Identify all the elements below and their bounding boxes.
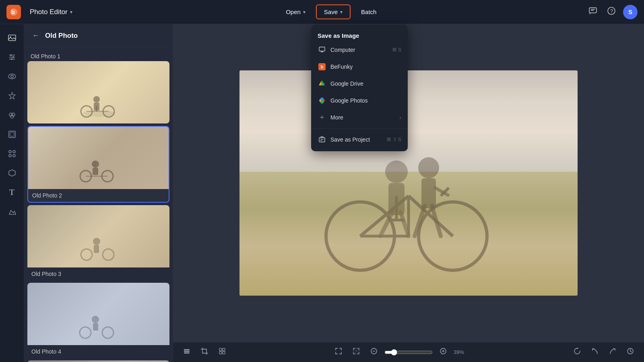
save-label: Save — [324, 8, 338, 15]
svg-point-67 — [418, 157, 439, 178]
help-button[interactable]: ? — [605, 4, 618, 20]
sidebar-item-retouch[interactable] — [3, 106, 21, 124]
fullscreen-icon — [334, 347, 343, 355]
svg-point-38 — [93, 238, 100, 245]
fullscreen-button[interactable] — [331, 345, 346, 360]
fit-button[interactable] — [349, 345, 363, 360]
save-chevron: ▾ — [340, 9, 343, 15]
refresh-button[interactable] — [570, 345, 584, 360]
history-button[interactable] — [623, 345, 638, 360]
svg-rect-76 — [223, 348, 225, 351]
google-drive-icon — [318, 79, 326, 88]
batch-button[interactable]: Batch — [354, 5, 384, 19]
layers-button[interactable] — [180, 345, 194, 360]
topbar: b Photo Editor ▾ Open ▾ Save ▾ Batch — [0, 0, 644, 24]
save-to-computer[interactable]: Computer ⌘ S — [311, 41, 408, 58]
save-computer-left: Computer — [318, 45, 355, 54]
svg-point-91 — [320, 101, 324, 104]
plus-more-icon: + — [318, 113, 326, 122]
file-item-2[interactable]: Old Photo 2 — [27, 126, 169, 203]
adjustments-icon — [8, 53, 17, 62]
file-item-1[interactable] — [27, 61, 169, 123]
file-item-4[interactable]: Old Photo 4 — [27, 283, 169, 358]
gdrive-left: Google Drive — [318, 79, 363, 88]
project-left: Save as Project — [318, 135, 370, 144]
sidebar-item-graphics[interactable] — [3, 203, 21, 220]
effects-icon — [8, 91, 17, 100]
open-button[interactable]: Open ▾ — [279, 5, 313, 19]
topbar-right: ? S — [586, 4, 638, 20]
svg-rect-74 — [184, 352, 190, 354]
befunky-save-icon: b — [318, 62, 326, 71]
svg-point-27 — [93, 96, 100, 103]
svg-point-14 — [11, 58, 12, 60]
topbar-left: b Photo Editor ▾ — [6, 5, 76, 19]
svg-point-10 — [10, 54, 12, 56]
sidebar-item-view[interactable] — [3, 68, 21, 85]
computer-shortcut: ⌘ S — [392, 47, 401, 53]
project-label: Save as Project — [330, 136, 370, 143]
computer-label: Computer — [330, 47, 355, 53]
file-item-label-3: Old Photo 3 — [27, 267, 169, 280]
retouch-icon — [8, 111, 17, 119]
mask-icon — [8, 169, 17, 177]
save-as-project[interactable]: Save as Project ⌘ ⇧ S — [311, 131, 408, 148]
redo-icon — [609, 347, 617, 355]
computer-icon — [318, 45, 326, 54]
save-more[interactable]: + More › — [311, 109, 408, 126]
gdrive-label: Google Drive — [330, 80, 363, 87]
canvas-area: 39% — [173, 24, 644, 362]
svg-rect-75 — [219, 348, 222, 351]
sidebar-item-frames[interactable] — [3, 125, 21, 143]
sidebar-item-elements[interactable] — [3, 145, 21, 162]
sidebar-item-text[interactable]: T — [3, 183, 21, 201]
back-button[interactable]: ← — [31, 30, 41, 41]
thumb-figure-3 — [74, 231, 123, 263]
redo-button[interactable] — [605, 345, 620, 360]
svg-point-44 — [80, 327, 91, 338]
sidebar-item-adjustments[interactable] — [3, 48, 21, 66]
svg-point-40 — [81, 249, 92, 260]
file-item-5[interactable]: Old Photo 5 — [27, 360, 169, 362]
gphotos-left: Google Photos — [318, 96, 368, 105]
svg-text:b: b — [11, 9, 15, 15]
eye-icon — [8, 72, 17, 81]
undo-button[interactable] — [588, 345, 602, 360]
graphics-icon — [8, 207, 17, 216]
svg-rect-72 — [184, 349, 190, 350]
open-label: Open — [286, 8, 301, 15]
history-icon — [626, 347, 634, 355]
avatar-button[interactable]: S — [623, 5, 638, 19]
save-to-gphotos[interactable]: Google Photos — [311, 92, 408, 109]
project-shortcut: ⌘ ⇧ S — [386, 137, 401, 142]
befunky-left: b BeFunky — [318, 62, 353, 71]
svg-rect-85 — [319, 47, 325, 51]
sidebar-item-mask[interactable] — [3, 164, 21, 182]
more-left: + More — [318, 113, 343, 122]
sidebar-item-effects[interactable] — [3, 87, 21, 105]
svg-rect-92 — [319, 138, 325, 142]
save-to-befunky[interactable]: b BeFunky — [311, 58, 408, 75]
chat-button[interactable] — [586, 4, 600, 20]
file-item-label-1: Old Photo 1 — [27, 51, 169, 61]
zoom-out-button[interactable] — [367, 345, 381, 360]
fit-icon — [352, 347, 360, 355]
befunky-logo: b — [6, 5, 21, 19]
svg-rect-20 — [9, 131, 15, 138]
file-thumb-1 — [27, 61, 169, 123]
sidebar-item-image[interactable] — [3, 29, 21, 47]
crop-button[interactable] — [197, 345, 212, 360]
grid-button[interactable] — [215, 345, 229, 360]
file-item-3[interactable]: Old Photo 3 — [27, 205, 169, 280]
svg-rect-7 — [8, 35, 16, 41]
app-title-label: Photo Editor — [30, 8, 68, 16]
zoom-slider[interactable] — [384, 349, 433, 356]
save-to-gdrive[interactable]: Google Drive — [311, 75, 408, 92]
zoom-in-button[interactable] — [436, 345, 450, 360]
image-icon — [8, 33, 17, 42]
save-button[interactable]: Save ▾ — [316, 4, 351, 19]
help-icon: ? — [607, 6, 616, 15]
bottom-toolbar-left — [180, 345, 229, 360]
app-title-button[interactable]: Photo Editor ▾ — [26, 6, 76, 19]
grid-icon — [218, 347, 226, 355]
